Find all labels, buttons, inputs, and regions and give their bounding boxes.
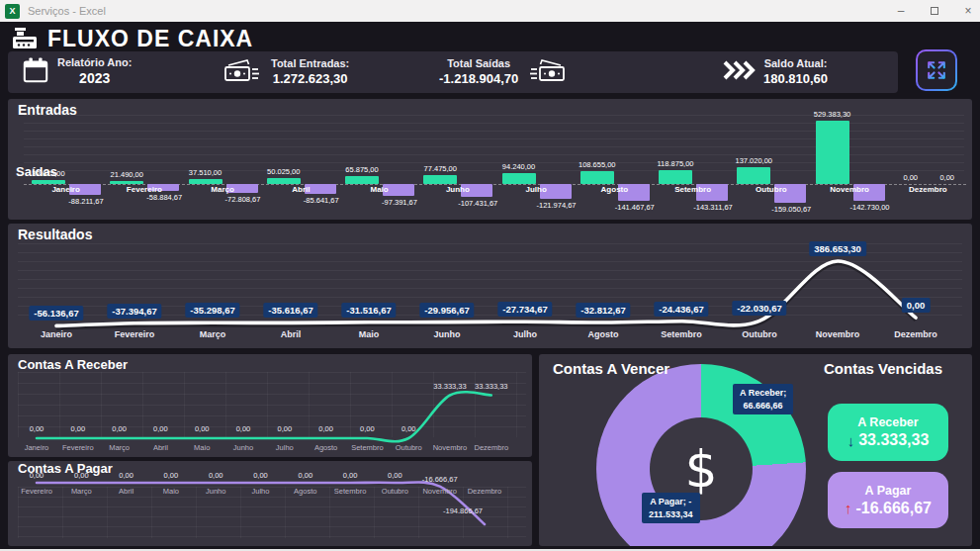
entrada-bar[interactable]: [580, 171, 614, 184]
entrada-bar[interactable]: [737, 167, 770, 184]
entrada-bar[interactable]: [267, 178, 301, 184]
resultados-title: Resultados: [18, 227, 92, 242]
month-label: Novembro: [816, 329, 860, 339]
month-label: Dezembro: [892, 185, 964, 194]
bar-value-label: -85.641,67: [285, 196, 358, 205]
month-label: Março: [71, 487, 92, 496]
up-arrow-icon: ↑: [845, 501, 852, 515]
contas-vencidas-title: Contas Vencidas: [824, 360, 942, 377]
month-label: Julho: [276, 443, 294, 452]
application-window: X Serviços - Excel – × FLUXO DE CAIXA: [0, 0, 980, 551]
data-point-label: -24.436,67: [654, 302, 708, 317]
month-label: Março: [187, 185, 259, 194]
data-point-label: -194.866,67: [443, 506, 483, 515]
entradas-title: Entradas: [18, 102, 77, 118]
expand-button[interactable]: [916, 49, 957, 91]
bar-value-label: 65.875,00: [329, 165, 395, 174]
month-label: Outubro: [396, 443, 422, 452]
month-label: Junho: [434, 329, 461, 339]
month-label: Agosto: [588, 329, 619, 339]
saidas-axis-label: Saídas: [16, 164, 57, 179]
month-label: Julho: [500, 185, 573, 194]
restore-button[interactable]: [929, 5, 940, 17]
month-label: Abril: [281, 329, 302, 339]
month-label: Dezembro: [474, 443, 508, 452]
data-point-label: 33.333,33: [475, 382, 507, 391]
contas-a-pagar-panel: Contas A Pagar 0,00Fevereiro0,00Março0,0…: [8, 461, 532, 546]
month-label: Julho: [252, 487, 270, 496]
card-value: 33.333,33: [858, 431, 929, 449]
month-label: Fevereiro: [62, 443, 94, 452]
entradas-value: 1.272.623,30: [273, 71, 348, 87]
entrada-bar[interactable]: [659, 170, 692, 184]
month-group: 137.020,00-159.050,67Outubro: [729, 113, 807, 216]
entrada-bar[interactable]: [423, 175, 457, 184]
entrada-bar[interactable]: [110, 181, 143, 184]
month-label: Outubro: [735, 185, 807, 194]
month-label: Agosto: [314, 443, 337, 452]
data-point-label: 0,00: [902, 298, 931, 313]
entrada-bar[interactable]: [189, 179, 223, 184]
contas-a-receber-panel: Contas A Receber 0,00Janeiro0,00Fevereir…: [8, 354, 532, 457]
month-label: Janeiro: [25, 443, 49, 452]
data-point-label: 0,00: [277, 424, 292, 433]
donut-label-receber: A Receber; 66.666,66: [733, 384, 793, 414]
month-label: Junho: [233, 443, 253, 452]
data-point-label: -35.616,67: [263, 303, 317, 318]
donut-label-pagar: A Pagar; - 211.533,34: [642, 493, 700, 523]
resultados-panel: Resultados -56.136,67Janeiro-37.394,67Fe…: [8, 224, 972, 348]
vencidas-pagar-card[interactable]: A Pagar ↑ -16.666,67: [828, 472, 948, 528]
summary-saidas: Total Saídas -1.218.904,70: [439, 51, 566, 93]
bar-value-label: -97.391,67: [363, 198, 436, 207]
entrada-bar[interactable]: [345, 176, 379, 184]
vencidas-receber-card[interactable]: A Receber ↓ 33.333,33: [828, 404, 948, 461]
bar-value-label: -121.974,67: [520, 201, 593, 210]
month-label: Maio: [359, 329, 380, 339]
calendar-icon: [22, 56, 49, 88]
entrada-bar[interactable]: [502, 173, 536, 184]
data-point-label: -31.516,67: [341, 303, 396, 318]
month-label: Abril: [153, 443, 168, 452]
month-group: 0,000,00Dezembro: [886, 113, 964, 216]
entrada-bar[interactable]: [816, 121, 849, 184]
summary-entradas: Total Entradas: 1.272.623,30: [223, 51, 349, 93]
data-point-label: 33.333,33: [433, 382, 466, 391]
data-point-label: -16.666,67: [422, 475, 458, 484]
contas-a-vencer-panel: Contas A Vencer Contas Vencidas $ A Rece…: [539, 354, 972, 546]
data-point-label: 0,00: [360, 424, 375, 433]
month-label: Fevereiro: [108, 185, 180, 194]
card-value: -16.666,67: [855, 500, 932, 517]
card-title: A Receber: [857, 415, 918, 429]
titlebar: X Serviços - Excel – ×: [0, 0, 980, 22]
receber-line[interactable]: [37, 392, 491, 441]
bar-value-label: 50.025,00: [251, 167, 316, 176]
data-point-label: 0,00: [236, 424, 251, 433]
data-point-label: -27.734,67: [497, 302, 552, 317]
bar-value-label: -107.431,67: [441, 199, 514, 208]
data-point-label: 0,00: [401, 424, 416, 433]
data-point-label: -22.030,67: [732, 301, 786, 316]
data-point-label: 0,00: [209, 471, 223, 480]
data-point-label: -35.298,67: [185, 303, 239, 318]
month-label: Abril: [265, 185, 337, 194]
entrada-bar[interactable]: [32, 180, 65, 184]
close-button[interactable]: ×: [962, 5, 974, 17]
summary-strip: Relatório Ano: 2023: [8, 51, 898, 93]
contas-a-receber-title: Contas A Receber: [18, 357, 128, 372]
entradas-bar-chart[interactable]: 32.075,00-88.211,67Janeiro21.490,00-58.8…: [24, 113, 964, 216]
month-label: Agosto: [294, 487, 316, 496]
data-point-label: 0,00: [195, 424, 210, 433]
minimize-button[interactable]: –: [895, 5, 907, 17]
contas-a-pagar-title: Contas A Pagar: [18, 461, 113, 476]
data-point-label: 0,00: [164, 471, 179, 480]
bar-value-label: -72.808,67: [207, 195, 280, 204]
month-label: Junho: [206, 487, 225, 496]
line-shadow: [56, 263, 916, 327]
entradas-label: Total Entradas:: [271, 57, 349, 71]
data-point-label: 0,00: [70, 424, 85, 433]
data-point-label: 0,00: [119, 471, 134, 480]
card-title: A Pagar: [865, 484, 912, 498]
data-point-label: -56.136,67: [29, 306, 83, 321]
bar-value-label: 21.490,00: [94, 170, 159, 179]
expand-arrows-icon: [926, 59, 947, 81]
